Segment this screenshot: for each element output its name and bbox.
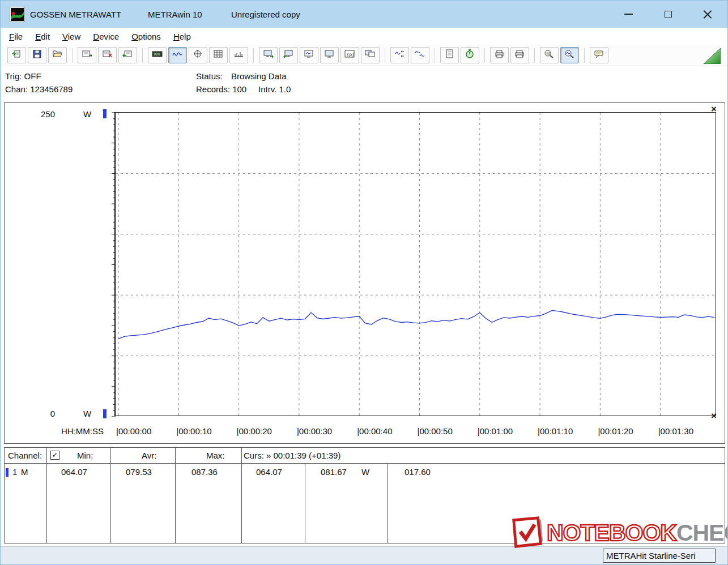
minimize-button[interactable] [608,1,648,28]
toolbar-separator [484,48,485,63]
xy-chart-view-button[interactable] [189,47,207,63]
browse-file-button[interactable] [48,47,67,63]
screen-icon [324,49,335,61]
monitor-button[interactable] [320,47,339,63]
channel-status: Chan: 123456789 [5,84,73,94]
menu-item-view[interactable]: View [56,29,87,44]
save-file-button[interactable] [28,47,46,63]
chart-panel: 250 W 0 W × × HH:MM:SS |00:00:00|00:00:1… [4,102,725,444]
interval-value: Intrv. 1.0 [258,84,291,94]
status-panel: Trig: OFF Chan: 123456789 Status: Browsi… [1,67,727,102]
copy-screen-button[interactable] [361,47,380,63]
toolbar-separator [435,48,435,63]
yt-chart-view-button[interactable] [168,47,187,63]
menu-item-options[interactable]: Options [125,29,167,44]
title-bar: GOSSEN METRAWATT METRAwin 10 Unregistere… [1,1,727,28]
timer-button[interactable] [461,47,479,63]
card-out-icon [122,49,134,61]
row-max-value: 087.36 [191,467,218,477]
maximize-button[interactable] [648,1,688,28]
x-axis-tick-label: |00:00:50 [418,426,453,436]
compress-curve-button[interactable] [390,47,409,63]
data-table-view-button[interactable] [209,47,228,63]
toolbar-separator [385,48,385,63]
notebookcheck-logo-icon [509,516,544,550]
printer-icon [514,49,526,61]
menu-bar: FileEditViewDeviceOptionsHelp [1,28,727,45]
callout-icon [594,49,605,61]
x-axis-tick-label: |00:00:30 [297,426,332,436]
y-axis-unit-top: W [83,109,91,119]
watermark-word-check: CHECK [676,520,728,546]
svg-text:888: 888 [154,52,160,56]
toolbar-separator [534,48,535,63]
row-channel-number: 1 [12,467,17,477]
zoom-curve-button[interactable] [560,47,579,63]
fx-icon: ƒ(x) [344,49,356,61]
cursor-end-marker-bottom[interactable]: × [711,410,717,422]
y-axis-unit-bottom: W [83,409,91,418]
notes-button[interactable] [440,47,459,63]
configure-chart-button[interactable] [300,47,318,63]
window-controls [608,1,727,28]
write-device-memory-button[interactable] [118,47,137,63]
toolbar: 888ƒ(x)M [1,45,727,66]
menu-item-file[interactable]: File [3,29,29,44]
table-column-divider [175,448,176,543]
minimize-icon [624,14,633,15]
toolbar-separator [142,48,143,63]
formula-button[interactable]: ƒ(x) [340,47,359,63]
note-icon [444,49,455,61]
print-preview-button[interactable] [490,47,509,63]
cursor-end-marker-top[interactable]: × [711,104,717,115]
table-column-divider [241,448,242,543]
card-x-icon [102,49,113,61]
notebookcheck-watermark: NOTEBOOKCHECK [509,516,728,550]
screen-copy-icon [365,49,376,61]
table-column-divider [387,463,388,543]
chart-plot-area[interactable] [114,112,716,416]
card-in-icon [82,49,93,61]
toolbar-separator [253,48,254,63]
device-name-box: METRAHit Starline-Seri [603,549,716,563]
row-cursor-b-value: 081.67 [321,467,347,477]
print-button[interactable] [510,47,529,63]
channel-marker-bottom[interactable] [103,409,107,418]
x-axis-tick-label: |00:00:20 [237,426,272,436]
titlebar-brand: GOSSEN METRAWATT [30,10,121,19]
menu-item-help[interactable]: Help [167,29,197,44]
x-axis-tick-label: |00:00:10 [176,426,211,436]
watermark-word-notebook: NOTEBOOK [547,520,676,546]
export-screen-button[interactable] [259,47,278,63]
open-file-button[interactable] [7,47,26,63]
table-column-divider [305,463,305,543]
wave-icon [172,49,184,61]
zoom-100-button[interactable]: M [540,47,559,63]
folder-icon [52,49,63,61]
wave-small-icon [415,49,426,61]
hints-button[interactable] [590,47,608,63]
screen-in-icon [283,49,295,61]
import-screen-button[interactable] [279,47,298,63]
titlebar-app-name: METRAwin 10 [148,10,202,19]
channel-color-marker [6,468,8,477]
row-unit: W [361,467,369,477]
printer-view-icon [494,49,505,61]
maximize-icon [665,11,672,18]
statistics-view-button[interactable] [229,47,248,63]
channel-marker-top[interactable] [103,109,107,118]
row-channel-mode: M [21,467,28,477]
app-window: GOSSEN METRAWATT METRAwin 10 Unregistere… [0,0,728,565]
menu-item-edit[interactable]: Edit [29,29,56,44]
y-axis-max-label: 250 [36,109,55,119]
titlebar-license: Unregistered copy [231,10,300,19]
read-device-memory-button[interactable] [78,47,96,63]
split-curve-button[interactable] [411,47,429,63]
close-button[interactable] [688,1,727,28]
multimeter-display-button[interactable]: 888 [148,47,167,63]
channel-visible-checkbox[interactable]: ✓ [50,451,59,460]
x-axis-format-label: HH:MM:SS [61,426,104,436]
x-axis-tick-label: |00:00:00 [116,426,151,436]
clear-device-memory-button[interactable] [98,47,117,63]
menu-item-device[interactable]: Device [87,29,125,44]
